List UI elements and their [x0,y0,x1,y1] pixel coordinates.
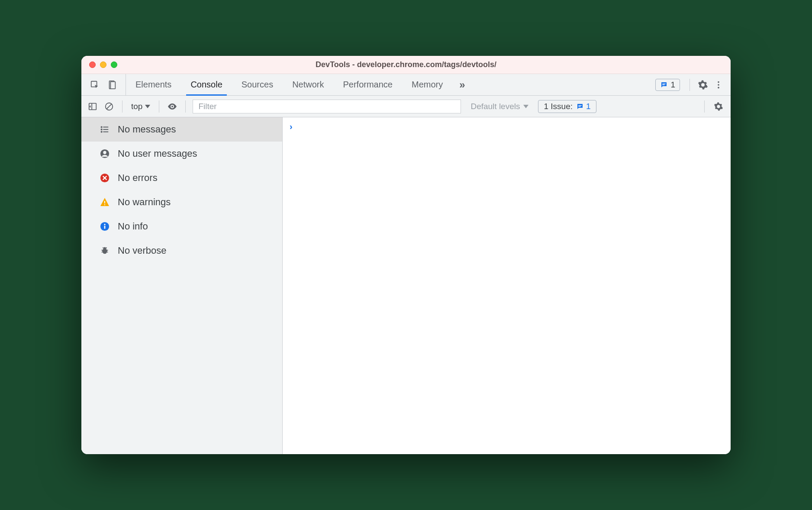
svg-point-22 [103,151,106,154]
sidebar-item-label: No warnings [118,197,171,208]
window-zoom-button[interactable] [111,61,117,68]
svg-point-30 [103,247,106,250]
more-tabs-button[interactable]: » [452,74,472,95]
tabstrip-leading-controls [81,74,126,95]
svg-rect-4 [663,84,665,85]
error-icon [100,173,110,183]
chevron-double-right-icon: » [459,79,465,91]
user-icon [100,148,110,159]
eye-icon [167,101,177,112]
window-title: DevTools - developer.chrome.com/tags/dev… [81,60,731,69]
tab-console[interactable]: Console [181,74,232,95]
tab-network[interactable]: Network [283,74,333,95]
svg-rect-14 [578,106,580,107]
clear-console-button[interactable] [103,100,115,113]
sidebar-item-warnings[interactable]: No warnings [81,190,282,214]
panel-left-icon [88,102,97,111]
sidebar-item-label: No errors [118,172,158,184]
divider [690,79,690,91]
svg-point-19 [101,131,102,132]
message-icon [660,81,668,89]
chevron-down-icon [145,105,150,108]
svg-rect-2 [110,81,115,89]
filter-input[interactable] [193,100,461,113]
chevron-down-icon [523,105,528,108]
kebab-icon [714,80,723,90]
issues-count: 1 [670,80,675,90]
console-prompt-caret: › [290,122,293,131]
issues-mini-badge: 1 [576,102,591,111]
svg-point-6 [718,84,719,86]
svg-rect-28 [104,226,106,229]
svg-point-12 [171,106,173,107]
console-output-pane[interactable]: › [283,117,731,454]
svg-rect-24 [104,201,105,203]
svg-rect-3 [663,84,666,84]
titlebar: DevTools - developer.chrome.com/tags/dev… [81,56,731,74]
console-main: No messages No user messages No errors N… [81,117,731,454]
tab-label: Memory [412,80,443,90]
tab-elements[interactable]: Elements [126,74,181,95]
divider [159,100,159,113]
gear-icon [714,102,723,111]
more-options-button[interactable] [712,78,725,92]
inspect-element-icon[interactable] [89,79,100,90]
svg-point-27 [104,224,105,225]
divider [185,100,186,113]
traffic-lights [81,61,117,68]
svg-point-7 [718,87,719,88]
list-icon [100,124,110,135]
gear-icon [698,80,708,90]
sidebar-item-user-messages[interactable]: No user messages [81,142,282,166]
devtools-window: DevTools - developer.chrome.com/tags/dev… [81,56,731,454]
svg-point-17 [101,129,102,130]
device-toggle-icon[interactable] [106,79,118,90]
tab-label: Console [190,80,222,90]
svg-line-11 [107,104,112,109]
sidebar-item-messages[interactable]: No messages [81,117,282,142]
tabstrip-trailing-controls: 1 [655,74,731,95]
issues-mini-count: 1 [586,102,591,111]
tab-label: Elements [135,80,171,90]
sidebar-item-errors[interactable]: No errors [81,166,282,190]
svg-point-5 [718,81,719,83]
sidebar-item-label: No info [118,221,148,232]
tab-label: Performance [343,80,393,90]
clear-icon [104,102,114,111]
svg-point-15 [101,126,102,127]
message-icon [576,103,584,110]
console-settings-button[interactable] [712,100,725,113]
sidebar-item-label: No user messages [118,148,197,159]
settings-button[interactable] [696,78,710,92]
live-expression-button[interactable] [166,100,178,113]
issues-label: 1 Issue: [544,102,573,111]
issues-badge[interactable]: 1 [655,79,680,91]
info-icon [100,221,110,232]
tab-label: Network [292,80,324,90]
issues-toolbar-button[interactable]: 1 Issue: 1 [538,100,596,113]
sidebar-item-label: No messages [118,124,176,135]
panel-tabstrip: Elements Console Sources Network Perform… [81,74,731,96]
sidebar-item-verbose[interactable]: No verbose [81,239,282,263]
window-close-button[interactable] [89,61,96,68]
svg-rect-25 [104,204,105,205]
tab-performance[interactable]: Performance [334,74,403,95]
bug-icon [100,245,110,256]
tab-memory[interactable]: Memory [402,74,452,95]
tab-sources[interactable]: Sources [232,74,283,95]
console-toolbar: top Default levels 1 Issue: 1 [81,96,731,117]
svg-rect-13 [578,105,582,106]
log-levels-selector[interactable]: Default levels [465,102,534,111]
window-minimize-button[interactable] [100,61,106,68]
sidebar-item-info[interactable]: No info [81,214,282,239]
divider [122,100,122,113]
sidebar-item-label: No verbose [118,245,167,256]
warning-icon [100,197,110,207]
context-label: top [131,102,142,111]
context-selector[interactable]: top [129,102,152,111]
divider [704,100,705,113]
tab-label: Sources [242,80,273,90]
console-sidebar: No messages No user messages No errors N… [81,117,283,454]
levels-label: Default levels [470,102,520,111]
toggle-sidebar-button[interactable] [87,100,99,113]
